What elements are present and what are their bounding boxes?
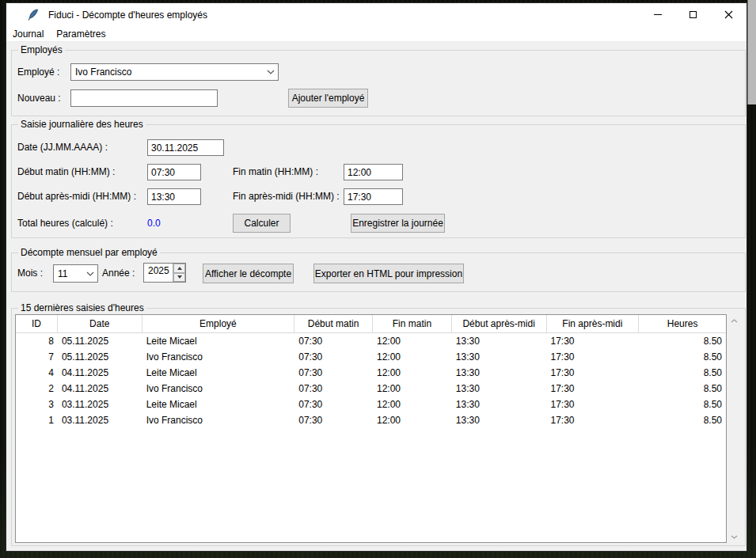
table-cell: 03.11.2025 [58,399,142,410]
table-cell: 07:30 [294,415,373,426]
table-cell: 07:30 [294,399,373,410]
add-employee-button[interactable]: Ajouter l'employé [288,89,368,108]
table-cell: 12:00 [373,367,452,378]
table-cell: 05.11.2025 [58,351,142,363]
employee-combobox[interactable]: Ivo Francisco [70,63,279,81]
close-button[interactable] [711,3,747,26]
employee-combobox-value: Ivo Francisco [71,66,264,78]
column-header-4[interactable]: Fin matin [373,315,452,332]
triangle-down-icon [177,275,182,279]
table-row[interactable]: 204.11.2025Ivo Francisco07:3012:0013:301… [16,381,726,397]
maximize-icon [690,11,697,18]
column-header-2[interactable]: Employé [142,315,295,332]
vertical-scrollbar[interactable] [728,314,740,543]
maximize-button[interactable] [675,3,711,26]
group-monthly-title: Décompte mensuel par employé [18,247,160,258]
table-cell: 13:30 [452,367,547,378]
export-html-button[interactable]: Exporter en HTML pour impression [313,264,464,283]
table-cell: 13:30 [452,383,547,394]
menubar: Journal Paramètres [6,26,747,42]
column-header-7[interactable]: Heures [639,315,726,332]
table-cell: 07:30 [294,367,373,378]
new-employee-label: Nouveau : [17,93,61,104]
desktop-background-edge [747,0,756,104]
column-header-5[interactable]: Début après-midi [452,315,547,332]
group-employees-title: Employés [18,44,65,55]
table-cell: Ivo Francisco [142,383,295,394]
date-input[interactable] [147,139,224,156]
table-cell: 17:30 [547,336,640,347]
table-cell: 04.11.2025 [58,383,142,394]
employee-label: Employé : [17,66,59,78]
table-cell: 12:00 [373,383,452,394]
minimize-button[interactable] [640,3,675,26]
month-combobox-value: 11 [54,268,83,279]
table-row[interactable]: 103.11.2025Ivo Francisco07:3012:0013:301… [16,412,726,428]
close-icon [724,10,733,19]
calculate-button[interactable]: Calculer [233,214,291,233]
save-day-button[interactable]: Enregistrer la journée [351,214,445,233]
afternoon-end-label: Fin après-midi (HH:MM) : [233,191,340,202]
year-spinner-buttons [173,264,185,282]
table-cell: 4 [16,367,58,378]
app-window: Fiduci - Décompte d'heures employés Jour… [6,2,747,552]
show-statement-button[interactable]: Afficher le décompte [203,264,294,283]
scroll-down-icon[interactable] [728,530,740,543]
menu-parametres[interactable]: Paramètres [50,26,112,41]
scroll-up-icon[interactable] [728,314,740,327]
table-row[interactable]: 705.11.2025Ivo Francisco07:3012:0013:301… [16,349,726,365]
table-cell: 03.11.2025 [58,415,142,426]
menu-journal[interactable]: Journal [6,26,50,41]
afternoon-start-input[interactable] [147,188,201,205]
column-header-6[interactable]: Fin après-midi [547,315,640,332]
table-cell: 13:30 [452,415,547,426]
window-controls [640,3,747,26]
column-header-3[interactable]: Début matin [294,315,373,332]
table-cell: 12:00 [373,415,452,426]
table-cell: Leite Micael [142,336,295,347]
group-daily-entry-title: Saisie journalière des heures [18,119,146,130]
table-cell: 1 [16,415,58,426]
chevron-down-icon [83,271,97,276]
spin-up-button[interactable] [173,264,185,273]
table-cell: 8.50 [639,415,726,426]
month-combobox[interactable]: 11 [53,264,98,283]
table-row[interactable]: 805.11.2025Leite Micael07:3012:0013:3017… [16,333,726,349]
table-cell: 17:30 [547,399,640,410]
table-cell: 8 [16,336,58,347]
table-cell: 17:30 [547,367,640,378]
table-cell: 07:30 [294,351,373,363]
afternoon-end-input[interactable] [344,188,403,205]
year-spinbox-value: 2025 [144,264,173,282]
table-cell: Leite Micael [142,399,295,410]
new-employee-input[interactable] [70,89,218,107]
group-recent-entries-title: 15 dernières saisies d'heures [18,302,146,313]
spin-down-button[interactable] [173,273,185,283]
tk-feather-icon [28,9,39,21]
table-row[interactable]: 404.11.2025Leite Micael07:3012:0013:3017… [16,365,726,381]
table-cell: Ivo Francisco [142,351,295,363]
chevron-down-icon [264,70,278,74]
titlebar: Fiduci - Décompte d'heures employés [6,3,747,26]
table-cell: 17:30 [547,351,640,363]
minimize-icon [654,14,662,15]
morning-start-input[interactable] [147,164,201,180]
year-spinbox[interactable]: 2025 [143,263,186,283]
column-header-0[interactable]: ID [16,315,58,332]
total-hours-value: 0.0 [147,218,161,229]
morning-end-input[interactable] [344,164,403,180]
table-cell: 7 [16,351,58,363]
table-cell: 13:30 [452,351,547,363]
morning-end-label: Fin matin (HH:MM) : [233,166,318,177]
total-hours-label: Total heures (calculé) : [17,218,113,229]
table-cell: 2 [16,383,58,394]
triangle-up-icon [177,267,182,270]
table-cell: 12:00 [373,336,452,347]
column-header-1[interactable]: Date [58,315,142,332]
table-row[interactable]: 303.11.2025Leite Micael07:3012:0013:3017… [16,397,726,412]
date-label: Date (JJ.MM.AAAA) : [17,142,108,153]
table-cell: 8.50 [639,367,726,378]
table-cell: 12:00 [373,351,452,363]
table-cell: 04.11.2025 [58,367,142,378]
table-cell: 05.11.2025 [58,336,142,347]
